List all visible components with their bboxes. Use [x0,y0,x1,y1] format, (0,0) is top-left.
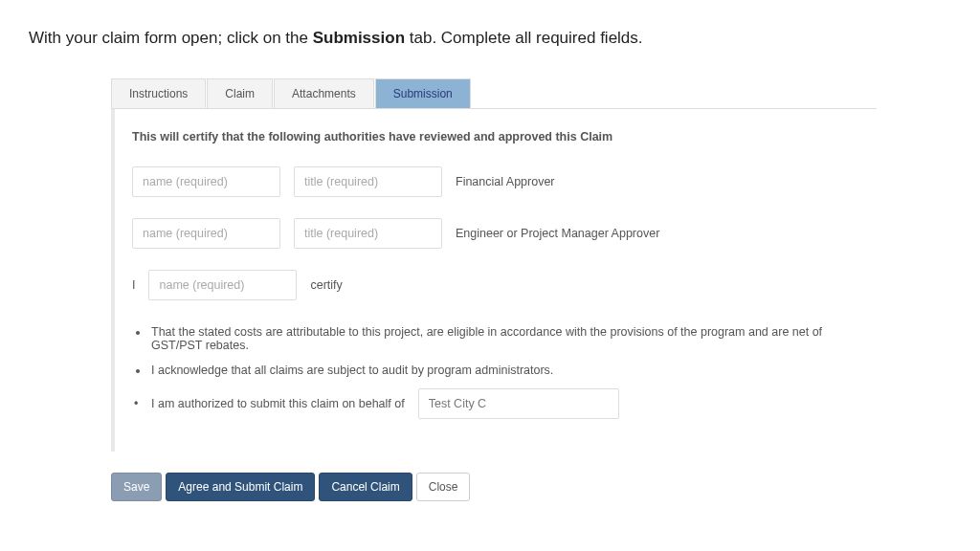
close-button[interactable]: Close [416,473,471,501]
approver-row-engineer: Engineer or Project Manager Approver [132,218,859,249]
bullet-audit: I acknowledge that all claims are subjec… [149,364,859,377]
instruction-bold: Submission [313,29,405,47]
certify-row: I certify [132,270,859,300]
engineer-approver-title-input[interactable] [294,218,442,249]
tab-attachments[interactable]: Attachments [274,78,374,108]
engineer-approver-name-input[interactable] [132,218,280,249]
button-bar: Save Agree and Submit Claim Cancel Claim… [111,473,951,501]
instruction-post: tab. Complete all required fields. [405,29,643,47]
approver-row-financial: Financial Approver [132,166,859,197]
bullet-costs: That the stated costs are attributable t… [149,325,859,352]
financial-approver-title-input[interactable] [294,166,442,197]
financial-approver-name-input[interactable] [132,166,280,197]
submission-panel: This will certify that the following aut… [111,109,877,452]
certify-i: I [132,278,135,292]
certify-header: This will certify that the following aut… [132,130,859,143]
tab-submission[interactable]: Submission [375,78,471,108]
save-button[interactable]: Save [111,473,162,501]
agree-submit-button[interactable]: Agree and Submit Claim [166,473,315,501]
on-behalf-of-input[interactable] [418,388,619,419]
tab-claim[interactable]: Claim [207,78,273,108]
cancel-claim-button[interactable]: Cancel Claim [319,473,412,501]
tab-instructions[interactable]: Instructions [111,78,206,108]
engineer-approver-label: Engineer or Project Manager Approver [456,227,659,240]
certify-bullets: That the stated costs are attributable t… [149,325,859,419]
instruction-pre: With your claim form open; click on the [29,29,313,47]
tab-bar: Instructions Claim Attachments Submissio… [111,78,877,109]
financial-approver-label: Financial Approver [456,175,555,188]
certify-label: certify [310,278,342,292]
bullet-authorized-text: I am authorized to submit this claim on … [151,397,405,410]
page-instruction: With your claim form open; click on the … [29,29,951,48]
certify-name-input[interactable] [148,270,297,300]
bullet-authorized: I am authorized to submit this claim on … [149,388,859,419]
